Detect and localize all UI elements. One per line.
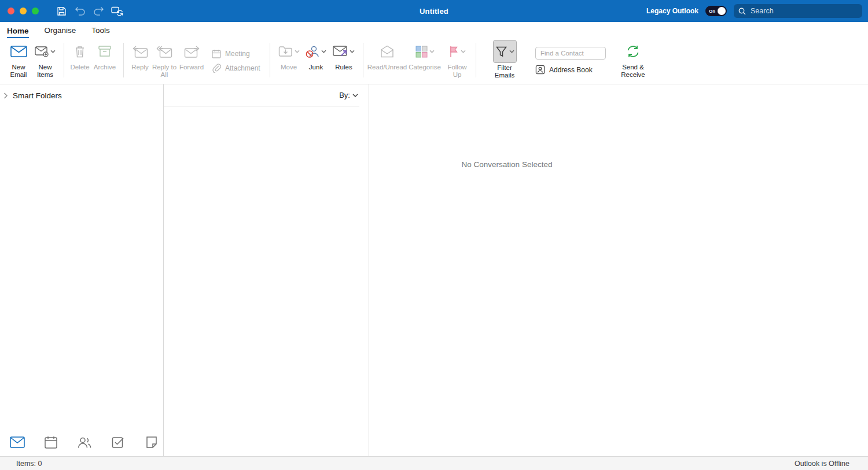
reply-icon xyxy=(133,46,148,58)
rules-button[interactable]: Rules xyxy=(329,40,358,71)
titlebar-right: Legacy Outlook On xyxy=(646,4,868,18)
address-book-icon xyxy=(535,65,545,75)
filter-emails-button[interactable]: Filter Emails xyxy=(489,40,520,79)
search-icon xyxy=(738,8,746,15)
find-contact-input[interactable] xyxy=(535,47,606,60)
outlook-window: Untitled Legacy Outlook On Home Organise… xyxy=(0,0,868,470)
reply-button[interactable]: Reply xyxy=(128,40,152,71)
minimize-button[interactable] xyxy=(20,8,27,14)
ribbon-tabs: Home Organise Tools xyxy=(0,22,868,38)
search-box[interactable] xyxy=(734,4,862,18)
toggle-on-label: On xyxy=(705,9,715,14)
follow-up-button[interactable]: Follow Up xyxy=(443,40,471,79)
tab-organise[interactable]: Organise xyxy=(45,26,76,38)
meeting-label: Meeting xyxy=(225,50,250,58)
sync-window-icon[interactable] xyxy=(109,3,124,18)
message-list-pane: By: xyxy=(164,84,369,456)
attachment-icon xyxy=(212,64,221,73)
filter-icon xyxy=(495,46,507,58)
ribbon-separator xyxy=(476,43,476,77)
sort-by-dropdown[interactable]: By: xyxy=(339,91,359,99)
titlebar-quick-actions xyxy=(54,3,124,18)
reply-all-icon xyxy=(156,46,172,58)
window-title: Untitled xyxy=(420,7,448,16)
meeting-button[interactable]: Meeting xyxy=(212,49,265,58)
ribbon-separator xyxy=(64,43,64,77)
chevron-down-icon[interactable] xyxy=(461,50,466,53)
reading-pane: No Conversation Selected xyxy=(369,84,868,456)
traffic-lights xyxy=(0,8,39,14)
attachment-label: Attachment xyxy=(225,64,260,72)
smart-folders-label: Smart Folders xyxy=(13,91,62,100)
address-book-label: Address Book xyxy=(549,66,593,74)
undo-icon[interactable] xyxy=(72,3,87,18)
chevron-down-icon[interactable] xyxy=(295,50,300,53)
chevron-down-icon[interactable] xyxy=(429,50,435,53)
ribbon: New Email New Items Delete xyxy=(0,38,868,84)
main-content: Smart Folders xyxy=(0,84,868,456)
move-icon xyxy=(278,46,293,57)
notes-icon[interactable] xyxy=(144,435,159,449)
close-button[interactable] xyxy=(8,8,14,14)
new-email-icon xyxy=(10,46,27,57)
attachment-button[interactable]: Attachment xyxy=(212,64,265,73)
read-unread-button[interactable]: Read/Unread xyxy=(368,40,406,71)
items-count: Items: 0 xyxy=(16,460,42,468)
tasks-icon[interactable] xyxy=(111,435,126,449)
ribbon-separator xyxy=(123,43,124,77)
new-items-button[interactable]: New Items xyxy=(31,40,59,79)
delete-button[interactable]: Delete xyxy=(69,40,91,71)
legacy-outlook-toggle[interactable]: On xyxy=(705,6,727,16)
calendar-icon[interactable] xyxy=(43,435,58,449)
archive-button[interactable]: Archive xyxy=(91,40,119,71)
legacy-outlook-label: Legacy Outlook xyxy=(646,7,698,15)
categorise-icon xyxy=(415,46,428,58)
connection-status: Outlook is Offline xyxy=(795,460,849,468)
junk-button[interactable]: Junk xyxy=(303,40,329,71)
chevron-down-icon[interactable] xyxy=(509,50,514,53)
tab-tools[interactable]: Tools xyxy=(91,26,110,38)
people-icon[interactable] xyxy=(77,435,92,449)
categorise-button[interactable]: Categorise xyxy=(406,40,443,71)
status-bar: Items: 0 Outlook is Offline xyxy=(0,456,868,470)
rules-icon xyxy=(333,46,348,57)
send-receive-icon xyxy=(626,45,641,58)
search-input[interactable] xyxy=(749,6,858,16)
zoom-button[interactable] xyxy=(32,8,39,14)
new-email-button[interactable]: New Email xyxy=(6,40,31,79)
address-book-button[interactable]: Address Book xyxy=(535,65,602,75)
junk-icon xyxy=(306,45,319,58)
reply-all-button[interactable]: Reply to All xyxy=(152,40,177,79)
archive-icon xyxy=(98,46,111,57)
read-unread-icon xyxy=(380,45,394,58)
chevron-right-icon[interactable] xyxy=(3,92,8,99)
toggle-knob xyxy=(718,7,726,15)
chevron-down-icon[interactable] xyxy=(50,50,56,53)
new-items-icon xyxy=(35,46,49,57)
chevron-down-icon[interactable] xyxy=(350,50,355,53)
chevron-down-icon xyxy=(352,94,358,97)
ribbon-separator xyxy=(270,43,270,77)
forward-button[interactable]: Forward xyxy=(177,40,206,71)
redo-icon[interactable] xyxy=(91,3,106,18)
follow-up-icon xyxy=(448,46,459,58)
chevron-down-icon[interactable] xyxy=(321,50,326,53)
message-list-header: By: xyxy=(164,84,359,106)
forward-icon xyxy=(184,46,200,58)
titlebar: Untitled Legacy Outlook On xyxy=(0,0,868,22)
tab-home[interactable]: Home xyxy=(7,27,29,39)
move-button[interactable]: Move xyxy=(275,40,303,71)
delete-icon xyxy=(75,45,85,58)
folder-sidebar: Smart Folders xyxy=(0,84,163,456)
module-switcher xyxy=(10,435,159,449)
meeting-icon xyxy=(212,49,221,58)
mail-icon[interactable] xyxy=(10,435,25,449)
no-conversation-text: No Conversation Selected xyxy=(462,160,553,169)
sort-by-label: By: xyxy=(339,91,350,99)
send-receive-button[interactable]: Send & Receive xyxy=(616,40,650,79)
ribbon-separator xyxy=(363,43,363,77)
sidebar-item-smart-folders[interactable]: Smart Folders xyxy=(0,84,163,100)
save-icon[interactable] xyxy=(54,3,69,18)
